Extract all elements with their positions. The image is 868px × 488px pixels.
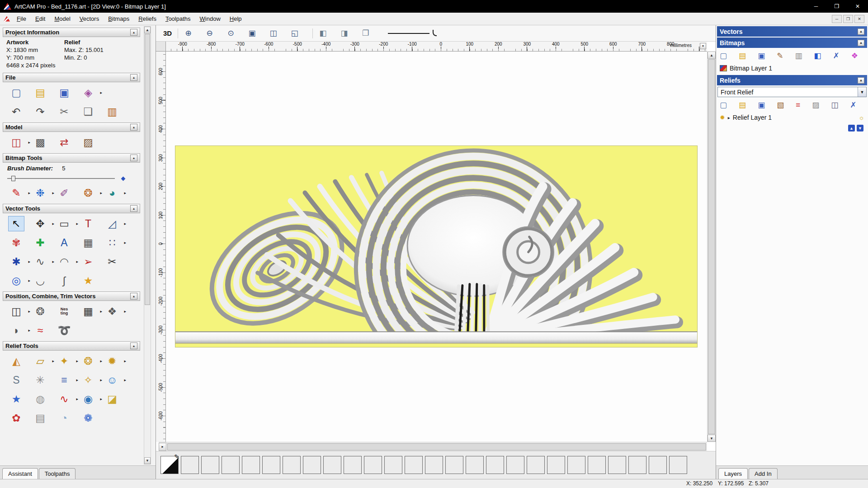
relief-clipart-icon[interactable]: ✿ bbox=[8, 410, 24, 426]
brush-diameter-slider[interactable] bbox=[7, 175, 134, 182]
join-vectors-icon[interactable]: ➢ bbox=[80, 254, 96, 269]
flyout-arrow-icon[interactable]: ▸ bbox=[100, 191, 102, 195]
nesting-icon[interactable]: Nes ting bbox=[56, 304, 72, 319]
edit-colour-icon[interactable]: ✎ bbox=[174, 453, 179, 460]
set-model-size-icon[interactable]: ◫ ▸ bbox=[8, 135, 24, 150]
menu-edit[interactable]: Edit bbox=[31, 13, 50, 24]
colour-swatch[interactable] bbox=[323, 456, 341, 474]
flyout-arrow-icon[interactable]: ▸ bbox=[124, 309, 126, 314]
dome-icon[interactable]: ◔ bbox=[56, 410, 72, 426]
flyout-arrow-icon[interactable]: ▸ bbox=[100, 309, 102, 314]
previous-view-icon[interactable]: ◧ bbox=[317, 28, 329, 38]
colour-swatch[interactable] bbox=[628, 456, 646, 474]
line-style-picker[interactable] bbox=[388, 29, 439, 38]
expander-icon[interactable]: ▸ bbox=[728, 115, 730, 120]
zoom-rectangle-icon[interactable]: ▣ bbox=[246, 28, 258, 38]
undo-icon[interactable]: ↶ bbox=[8, 104, 24, 119]
new-model-icon[interactable]: ▢ bbox=[8, 85, 24, 100]
scroll-thumb[interactable] bbox=[708, 59, 715, 434]
create-star-icon[interactable]: ★ bbox=[80, 273, 96, 288]
colour-swatch[interactable] bbox=[201, 456, 219, 474]
align-vectors-icon[interactable]: ◫ ▸ bbox=[8, 304, 24, 319]
colour-swatch[interactable] bbox=[567, 456, 585, 474]
fit-curve-icon[interactable]: ∿ ▸ bbox=[32, 254, 48, 269]
flyout-arrow-icon[interactable]: ▸ bbox=[52, 191, 54, 195]
face-wizard-icon[interactable]: ☺ ▸ bbox=[104, 372, 120, 388]
paste-icon[interactable]: ▥ bbox=[104, 104, 120, 119]
edit-bitmap-icon[interactable]: ✎ bbox=[777, 51, 783, 61]
vertical-scrollbar[interactable]: ▲ ▼ bbox=[707, 52, 716, 442]
close-vector-icon[interactable]: ∫ bbox=[56, 273, 72, 288]
colour-swatch[interactable] bbox=[486, 456, 504, 474]
fit-arc-icon[interactable]: ◠ ▸ bbox=[56, 254, 72, 269]
scroll-up-button[interactable]: ▲ bbox=[708, 52, 716, 59]
colour-swatch[interactable] bbox=[242, 456, 260, 474]
flyout-arrow-icon[interactable]: ▸ bbox=[124, 240, 126, 245]
mdi-close-button[interactable]: ✕ bbox=[854, 15, 864, 23]
save-relief-icon[interactable]: ▣ bbox=[758, 100, 765, 110]
menu-file[interactable]: File bbox=[12, 13, 31, 24]
create-spiral-icon[interactable]: ➰ bbox=[56, 323, 72, 338]
colour-swatch[interactable] bbox=[262, 456, 280, 474]
zoom-fit-icon[interactable]: ◱ bbox=[288, 28, 301, 38]
colour-swatch[interactable] bbox=[527, 456, 545, 474]
scroll-down-button[interactable]: ▼ bbox=[144, 457, 151, 464]
colour-swatch[interactable] bbox=[222, 456, 240, 474]
open-relief-icon[interactable]: ▤ bbox=[739, 100, 746, 110]
relief-select[interactable]: Front Relief ▼ bbox=[717, 87, 867, 97]
flyout-arrow-icon[interactable]: ▸ bbox=[76, 221, 78, 226]
mirror-vectors-icon[interactable]: ◗ ▸ bbox=[8, 323, 24, 338]
flyout-arrow-icon[interactable]: ▸ bbox=[124, 378, 126, 382]
view-3d-button[interactable]: 3D bbox=[161, 28, 174, 39]
flyout-arrow-icon[interactable]: ▸ bbox=[100, 397, 102, 401]
block-copy-icon[interactable]: ▦ ▸ bbox=[80, 304, 96, 319]
assistant-tab[interactable]: Assistant bbox=[2, 468, 38, 479]
collapse-button[interactable]: ▴ bbox=[130, 124, 137, 131]
scroll-up-button[interactable]: ▲ bbox=[144, 27, 151, 33]
sculpting-icon[interactable]: ✦ ▸ bbox=[56, 353, 72, 369]
colour-swatch[interactable] bbox=[669, 456, 687, 474]
slider-thumb[interactable] bbox=[11, 176, 15, 181]
flyout-arrow-icon[interactable]: ▸ bbox=[28, 328, 30, 333]
scroll-thumb[interactable] bbox=[167, 443, 706, 450]
scroll-down-button[interactable]: ▼ bbox=[708, 435, 716, 442]
close-button[interactable]: ✕ bbox=[847, 0, 868, 13]
dropdown-arrow-icon[interactable]: ▼ bbox=[858, 87, 866, 97]
add-in-tab[interactable]: Add In bbox=[749, 468, 778, 479]
toolpaths-tab[interactable]: Toolpaths bbox=[39, 468, 76, 479]
wrap-vectors-icon[interactable]: ◎ ▸ bbox=[8, 273, 24, 288]
collapse-button[interactable]: ▴ bbox=[130, 29, 137, 36]
flyout-arrow-icon[interactable]: ▸ bbox=[52, 221, 54, 226]
menu-model[interactable]: Model bbox=[50, 13, 75, 24]
flyout-arrow-icon[interactable]: ▸ bbox=[28, 309, 30, 314]
weave-wizard-icon[interactable]: ✳ bbox=[32, 372, 48, 388]
mdi-restore-button[interactable]: ❐ bbox=[843, 15, 853, 23]
rotate-copy-icon[interactable]: ❖ ▸ bbox=[104, 304, 120, 319]
new-bitmap-icon[interactable]: ▢ bbox=[720, 51, 727, 61]
collapse-button[interactable]: ▴ bbox=[130, 293, 137, 300]
collapse-button[interactable]: ▴ bbox=[858, 77, 864, 84]
colour-swatch[interactable] bbox=[303, 456, 321, 474]
colour-palette-icon[interactable]: ❖ bbox=[851, 51, 858, 61]
flyout-arrow-icon[interactable]: ▸ bbox=[28, 278, 30, 283]
colour-swatch[interactable] bbox=[608, 456, 626, 474]
text-block-icon[interactable]: A bbox=[56, 235, 72, 250]
flyout-arrow-icon[interactable]: ▸ bbox=[52, 359, 54, 363]
relief-layer-stack-icon[interactable]: ≡ ▸ bbox=[56, 372, 72, 388]
two-rail-sweep-icon[interactable]: ✹ ▸ bbox=[104, 353, 120, 369]
flood-fill-icon[interactable]: ❉ ▸ bbox=[32, 185, 48, 201]
layer-stack-icon[interactable]: ≡ bbox=[796, 100, 800, 110]
measure-icon[interactable]: ◿ ▸ bbox=[104, 216, 120, 231]
minimize-button[interactable]: ─ bbox=[806, 0, 826, 13]
collapse-button[interactable]: ▴ bbox=[130, 74, 137, 81]
create-text-icon[interactable]: T bbox=[80, 216, 96, 231]
flyout-arrow-icon[interactable]: ▸ bbox=[28, 259, 30, 264]
open-model-icon[interactable]: ▤ bbox=[32, 85, 48, 100]
collapse-button[interactable]: ▴ bbox=[130, 205, 137, 212]
fluted-relief-icon[interactable]: ▤ bbox=[32, 410, 48, 426]
collapse-button[interactable]: ▴ bbox=[858, 40, 864, 46]
offset-vectors-icon[interactable]: ✾ bbox=[8, 235, 24, 250]
print-preview-icon[interactable]: ❐ bbox=[359, 28, 372, 38]
cut-vector-icon[interactable]: ✂ bbox=[104, 254, 120, 269]
colour-swatch[interactable] bbox=[588, 456, 606, 474]
